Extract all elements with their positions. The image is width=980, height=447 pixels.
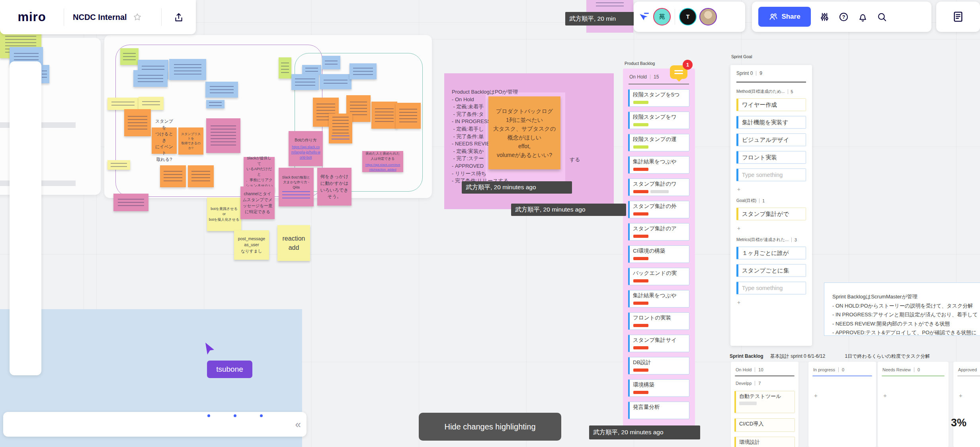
sprint-goal-card[interactable]: スタンプ集計がで [736,208,806,220]
sticky-note[interactable] [139,97,164,110]
backlog-card[interactable]: スタンプ集計サイ [628,335,689,352]
tool-pen[interactable] [17,237,34,254]
tool-comments-list[interactable] [65,417,80,431]
tool-text[interactable] [17,127,34,144]
tool-arrow[interactable] [17,209,34,227]
sticky-note[interactable]: 何をきっかけ に動かすかは いろいろでき そう。 [317,168,351,206]
tool-comment[interactable] [17,264,34,282]
sprint-board-column-needs-review[interactable]: Needs Review0+ [878,362,949,447]
sticky-note[interactable] [120,48,139,65]
add-card-button[interactable]: + [814,392,818,399]
avatar[interactable] [699,8,717,25]
tool-select-cursor[interactable] [17,72,34,89]
sprint-backlog-description-card[interactable]: Sprint BacklogはScrumMasterが管理 - ON HOLD:… [824,282,980,336]
sticky-note[interactable] [329,114,352,143]
miro-logo[interactable]: miro [0,10,64,24]
backlog-card[interactable]: フロントの実装 [628,312,689,330]
share-button[interactable]: Share [758,7,811,27]
tool-sticky-note[interactable] [17,154,34,172]
product-backlog-panel[interactable]: On Hold 15 1 段階スタンプを5つ段階スタンプをワ段階スタンプの運集計… [623,69,695,436]
collapse-toolbar-button[interactable]: « [295,418,301,431]
sticky-note[interactable] [160,165,186,187]
sprint-goal-card-empty[interactable]: Type something [736,282,806,294]
sticky-note[interactable] [124,109,151,136]
add-card-button[interactable]: + [737,186,806,192]
sprint-goal-card[interactable]: フロント実装 [736,151,806,164]
sticky-note-product-backlog[interactable]: プロダクトバックログ 1列に並べたい 大タスク、サブタスクの 概念がほしい ef… [488,96,560,169]
board-title[interactable]: NCDC Internal [73,13,127,22]
tool-shape[interactable] [17,182,34,199]
tool-chat[interactable] [92,417,106,431]
sprint-goal-card[interactable]: スタンプごとに集 [736,264,806,277]
sprint-board-column-in-progress[interactable]: In progress0+ [808,362,876,447]
hide-changes-button[interactable]: Hide changes highlighting [419,413,561,441]
sticky-note[interactable] [188,165,214,187]
tool-reactions[interactable] [170,417,185,431]
avatar[interactable]: T [679,8,697,25]
sticky-note[interactable]: Botの作り方https://api.slack.com/lang/ja-jp/… [289,131,323,166]
sticky-note[interactable]: post_message as_user なりすまし [234,230,269,260]
sticky-note[interactable]: スタンプを つけるとき にイベント 取れる? [152,127,177,154]
sprint-goal-panel[interactable]: Sprint 0 9 Method(目標達成のため...5ワイヤー作成集計機能を… [730,65,812,346]
sticky-note[interactable] [205,82,238,98]
backlog-card[interactable]: 段階スタンプをワ [628,112,689,129]
notes-icon[interactable] [952,10,964,23]
backlog-card[interactable]: 集計結果をつぶや [628,156,689,174]
sticky-note[interactable] [206,100,225,108]
sprint-goal-card[interactable]: ワイヤー作成 [736,98,806,111]
star-icon[interactable] [133,12,142,22]
sprint-board-card[interactable]: 環境設計 [734,437,795,447]
tool-more[interactable] [17,347,34,364]
sticky-note[interactable] [169,59,206,80]
backlog-card[interactable]: DB設計 [628,357,689,374]
backlog-card[interactable]: 集計結果をつぶや [628,290,689,308]
add-card-button[interactable]: + [883,392,887,399]
backlog-card[interactable]: 段階スタンプの運 [628,134,689,151]
sticky-note[interactable]: channelとタイ ムスタンプでメ ッセージを一意 に特定できる [240,186,275,219]
backlog-card[interactable]: 段階スタンプを5つ [628,89,689,107]
follow-cursor-icon[interactable] [638,10,650,23]
sticky-note[interactable]: reaction add [277,225,310,261]
sprint-board-card[interactable]: CI/CD導入 [734,418,795,432]
notifications-bell-icon[interactable] [857,12,868,22]
backlog-card[interactable]: スタンプ集計の外 [628,201,689,218]
sprint-board-card[interactable]: 自動テストツール [734,391,795,413]
backlog-card[interactable]: 発言量分析 [628,402,689,419]
sticky-note[interactable] [279,57,291,78]
avatar[interactable]: 苑 [653,8,671,25]
tool-export-screen[interactable] [144,417,158,431]
tool-activity[interactable] [249,417,264,431]
tool-upload-box[interactable] [17,319,34,337]
sticky-note[interactable] [371,102,397,129]
add-card-button[interactable]: + [737,225,806,231]
sticky-note[interactable] [206,118,240,153]
sticky-note[interactable] [320,74,351,89]
sprint-goal-card[interactable]: １ヶ月ごとに誰が [736,247,806,259]
search-icon[interactable] [877,12,887,22]
sticky-note[interactable] [302,65,321,75]
sprint-goal-card[interactable]: 集計機能を実装す [736,116,806,129]
sticky-note[interactable] [349,63,377,79]
sticky-note[interactable] [107,98,139,110]
sticky-note[interactable] [133,70,168,87]
sticky-note[interactable] [291,74,319,90]
tool-frame[interactable] [17,292,34,309]
backlog-card[interactable]: CI環境の構築 [628,245,689,263]
sticky-note[interactable]: Slack Botの種類と 大まかな作り方 - Qiita [279,168,314,206]
add-card-button[interactable]: + [959,392,962,399]
sticky-note[interactable]: botを意識させる or botを擬人化させる [207,198,241,231]
sprint-board-column-approved[interactable]: Approved0+ [953,362,980,447]
tool-timer[interactable] [223,417,237,431]
tool-templates[interactable] [17,99,34,117]
sticky-note[interactable] [107,160,130,170]
add-card-button[interactable]: + [737,299,806,306]
sprint-goal-card[interactable]: ビジュアルデザイ [736,133,806,146]
tool-video-camera[interactable] [197,417,211,431]
backlog-card[interactable]: スタンプ集計のア [628,223,689,241]
help-icon[interactable]: ? [838,12,849,22]
sprint-goal-card-empty[interactable]: Type something [736,169,806,181]
sticky-note[interactable]: 褒めた人と褒められた 人は特定できるhttps://api.slack.com/… [362,151,403,172]
sticky-note[interactable] [322,56,340,69]
tool-cards[interactable] [118,417,132,431]
board-settings-icon[interactable] [819,12,830,22]
